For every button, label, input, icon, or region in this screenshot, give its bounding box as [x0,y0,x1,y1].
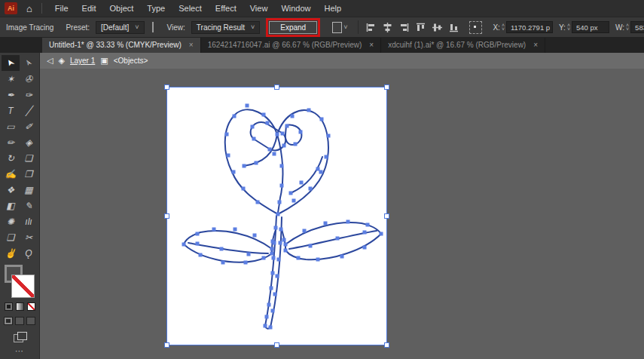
shape-builder-tool[interactable]: ❖ [2,182,20,198]
scale-tool[interactable]: ❏ [20,150,38,166]
eyedropper-icon: ✎ [25,201,32,211]
align-center-icon[interactable] [383,23,392,32]
illustrator-logo-icon: Ai [5,2,17,14]
menu-help[interactable]: Help [318,4,349,13]
draw-inside-button[interactable] [26,317,35,325]
tab-untitled-1[interactable]: Untitled-1* @ 33.33 % (CMYK/Preview) × [42,36,201,53]
paintbrush-tool[interactable]: ✐ [20,118,38,134]
rotate-icon: ↻ [7,153,14,164]
selection-handle-top-left[interactable] [164,84,169,90]
selection-handle-middle-right[interactable] [384,213,389,219]
align-middle-icon[interactable] [432,23,442,32]
color-mode-buttons [5,302,35,311]
selection-handle-bottom-right[interactable] [384,342,389,348]
zoom-tool[interactable]: Ǫ [20,245,38,261]
slice-tool[interactable]: ✂ [20,229,38,245]
petal-seam-right [291,157,322,193]
draw-behind-button[interactable] [15,317,24,325]
view-value: Tracing Result [197,23,245,32]
symbol-sprayer-tool[interactable]: ✺ [2,213,20,229]
menu-effect[interactable]: Effect [209,4,243,13]
reference-point-icon[interactable] [469,21,482,34]
edit-toolbar-ellipsis[interactable]: ⋯ [15,346,24,356]
expand-button[interactable]: Expand [269,21,317,34]
selection-handle-top-center[interactable] [274,84,279,90]
draw-normal-button[interactable] [4,317,13,325]
artboard-tool[interactable]: ❑ [2,229,20,245]
objects-icon: ▣ [100,56,108,66]
w-stepper[interactable]: ˄˅ [626,23,629,31]
close-icon[interactable]: × [533,41,538,49]
magic-wand-tool[interactable]: ✶ [2,71,20,87]
free-transform-icon: ❐ [25,169,33,180]
artboard[interactable] [167,87,386,345]
y-stepper[interactable]: ˄˅ [567,23,570,31]
fill-stroke-indicator[interactable] [5,265,35,298]
menu-type[interactable]: Type [140,4,172,13]
shaper-tool[interactable]: ✏ [2,134,20,150]
view-dropdown[interactable]: Tracing Result ˅ [191,21,260,34]
chevron-down-icon: ˅ [135,23,139,31]
align-left-icon[interactable] [366,23,376,32]
none-button[interactable] [27,302,35,311]
rotate-tool[interactable]: ↻ [2,150,20,166]
tab-xdcuihf[interactable]: xdcuihf (1).ai* @ 16.67 % (RGB/Preview) … [381,36,545,53]
selection-tool[interactable]: ➤ [2,55,20,71]
color-button[interactable] [5,302,13,311]
anchor-layer [182,104,383,330]
free-transform-tool[interactable]: ❐ [20,166,38,182]
export-document-icon[interactable]: ˅ [332,22,347,33]
traced-rose-artwork[interactable] [167,87,386,345]
type-tool[interactable]: T [2,103,20,118]
image-trace-panel-icon[interactable] [152,22,154,32]
tab-1624214716047[interactable]: 1624214716047.ai @ 66.67 % (RGB/Preview)… [201,36,382,53]
curvature-tool[interactable]: ✑ [20,87,38,103]
breadcrumb-layer[interactable]: Layer 1 [70,57,95,65]
width-tool[interactable]: ✍ [2,166,20,182]
menu-edit[interactable]: Edit [75,4,103,13]
lasso-tool[interactable]: ✇ [20,71,38,87]
lasso-icon: ✇ [25,74,32,84]
eyedropper-tool[interactable]: ✎ [20,198,38,213]
home-icon[interactable]: ⌂ [26,4,32,14]
artboard-icon: ❑ [7,232,15,243]
control-bar: Image Tracing Preset: [Default] ˅ View: … [0,17,644,38]
x-stepper[interactable]: ˄˅ [502,23,505,31]
stroke-none-swatch[interactable] [11,275,35,298]
direct-selection-tool[interactable]: ➢ [20,55,38,71]
eraser-tool[interactable]: ◈ [20,134,38,150]
mesh-tool[interactable]: ▦ [20,182,38,198]
menu-view[interactable]: View [243,4,275,13]
menu-object[interactable]: Object [103,4,141,13]
menu-file[interactable]: File [48,4,75,13]
align-top-icon[interactable] [416,23,426,32]
close-icon[interactable]: × [369,41,374,49]
screen-mode-button[interactable] [14,332,26,341]
image-tracing-label: Image Tracing [0,23,60,32]
close-icon[interactable]: × [189,41,194,49]
menu-window[interactable]: Window [274,4,317,13]
align-bottom-icon[interactable] [449,23,459,32]
breadcrumb-objects: <Objects> [114,57,148,65]
x-input[interactable]: 1170.2791 p [506,21,553,33]
gradient-button[interactable] [16,302,24,311]
selection-handle-bottom-left[interactable] [164,342,169,348]
back-arrow-icon[interactable]: ◁ [47,56,53,66]
selection-handle-top-right[interactable] [384,84,389,90]
pen-tool[interactable]: ✒ [2,87,20,103]
y-input[interactable]: 540 px [572,21,609,33]
column-graph-icon: ılı [25,216,32,227]
column-graph-tool[interactable]: ılı [20,213,38,229]
gradient-tool[interactable]: ◧ [2,198,20,213]
canvas-area[interactable] [40,69,644,359]
menu-select[interactable]: Select [172,4,209,13]
rectangle-tool[interactable]: ▭ [2,118,20,134]
selection-handle-bottom-center[interactable] [274,342,279,348]
w-input[interactable]: 583.5 px [630,21,644,33]
zoom-icon: Ǫ [25,248,32,259]
line-segment-tool[interactable]: ╱ [20,103,38,118]
preset-dropdown[interactable]: [Default] ˅ [96,21,145,34]
align-right-icon[interactable] [399,23,409,32]
selection-handle-middle-left[interactable] [164,213,169,219]
hand-tool[interactable]: ✌ [2,245,20,261]
